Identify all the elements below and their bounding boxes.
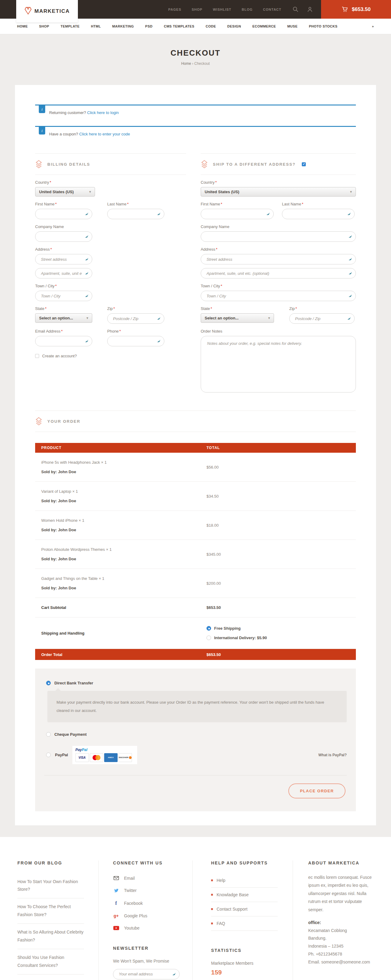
autofill-icon[interactable] xyxy=(348,256,353,262)
billing-phone-input[interactable] xyxy=(113,339,154,344)
cart-subtotal-row: Cart Subtotal $653.50 xyxy=(35,598,356,617)
billing-company-input[interactable] xyxy=(40,234,83,239)
newsletter-email-input[interactable] xyxy=(118,972,170,977)
billing-town-field xyxy=(35,291,92,301)
menu-item-home[interactable]: HOME xyxy=(17,24,28,28)
order-notes-textarea[interactable] xyxy=(201,336,356,393)
autofill-icon[interactable] xyxy=(84,211,89,217)
autofill-icon[interactable] xyxy=(84,338,89,344)
autofill-icon[interactable] xyxy=(84,270,89,276)
billing-last-name-input[interactable] xyxy=(113,212,154,217)
social-link-email[interactable]: Email xyxy=(113,876,192,881)
autofill-icon[interactable] xyxy=(266,211,270,217)
top-header: MARKETICA PAGES SHOP WISHLIST BLOG CONTA… xyxy=(0,0,391,19)
menu-item-cms-templates[interactable]: CMS TEMPLATES xyxy=(164,24,194,28)
billing-first-name-input[interactable] xyxy=(40,212,83,217)
shipping-apartment-input[interactable] xyxy=(206,271,346,276)
top-nav-contact[interactable]: CONTACT xyxy=(263,8,281,11)
autofill-icon[interactable] xyxy=(347,211,351,217)
top-nav-shop[interactable]: SHOP xyxy=(192,8,202,11)
search-icon[interactable] xyxy=(292,6,299,13)
menu-overflow-icon[interactable]: » xyxy=(372,24,374,28)
shipping-apartment-field xyxy=(201,268,356,278)
billing-state-select[interactable]: Select an option...▼ xyxy=(35,313,92,323)
paypal-option[interactable]: PayPal PayPal VISA AMEX DISCOVER What is… xyxy=(44,746,347,764)
what-is-paypal-link[interactable]: What is PayPal? xyxy=(318,753,347,757)
coupon-link[interactable]: Click here to enter your code xyxy=(79,132,130,136)
social-link-google-plus[interactable]: g+ Google Plus xyxy=(113,913,192,918)
user-icon[interactable] xyxy=(307,6,313,13)
billing-apartment-input[interactable] xyxy=(40,271,83,276)
help-link[interactable]: Help xyxy=(211,873,278,888)
product-total: $34.50 xyxy=(207,494,356,498)
autofill-icon[interactable] xyxy=(172,972,176,977)
menu-item-marketing[interactable]: MARKETING xyxy=(112,24,134,28)
cart-button[interactable]: $653.50 xyxy=(321,0,391,19)
create-account-checkbox[interactable] xyxy=(35,354,39,358)
radio-icon[interactable] xyxy=(46,752,51,757)
menu-item-photo-stocks[interactable]: PHOTO STOCKS xyxy=(309,24,337,28)
autofill-icon[interactable] xyxy=(156,211,161,217)
place-order-button[interactable]: PLACE ORDER xyxy=(288,783,345,799)
menu-item-muse[interactable]: MUSE xyxy=(287,24,297,28)
menu-item-code[interactable]: CODE xyxy=(206,24,216,28)
top-nav-blog[interactable]: BLOG xyxy=(242,8,253,11)
shipping-country-select[interactable]: United States (US)▼ xyxy=(201,187,356,197)
billing-zip-input[interactable] xyxy=(113,316,154,321)
blog-link[interactable]: Plus Size Fashion: Is There Such a Thing… xyxy=(17,975,84,980)
autofill-icon[interactable] xyxy=(156,338,161,344)
autofill-icon[interactable] xyxy=(84,256,89,262)
billing-email-input[interactable] xyxy=(40,339,83,344)
radio-icon[interactable] xyxy=(207,635,211,640)
radio-selected-icon[interactable] xyxy=(46,681,51,685)
blog-link[interactable]: How To Choose The Perfect Fashion Store? xyxy=(17,898,84,924)
help-link[interactable]: Knowladge Base xyxy=(211,888,278,902)
top-nav-wishlist[interactable]: WISHLIST xyxy=(213,8,232,11)
top-nav-pages[interactable]: PAGES xyxy=(168,8,181,11)
logo[interactable]: MARKETICA xyxy=(16,0,78,22)
help-link[interactable]: Contact Support xyxy=(211,902,278,916)
shipping-zip-input[interactable] xyxy=(294,316,345,321)
autofill-icon[interactable] xyxy=(84,293,89,299)
billing-town-input[interactable] xyxy=(40,293,83,299)
menu-item-design[interactable]: DESIGN xyxy=(227,24,241,28)
create-account-option[interactable]: Create an account? xyxy=(35,354,186,358)
login-link[interactable]: Click here to login xyxy=(87,110,119,115)
blog-link[interactable]: How To Start Your Own Fashion Store? xyxy=(17,873,84,899)
table-row: Variant of Laptop × 1 Sold by: John Doe … xyxy=(35,482,356,511)
menu-item-shop[interactable]: SHOP xyxy=(39,24,49,28)
blog-link[interactable]: Should You Use Fashion Consultant Servic… xyxy=(17,949,84,975)
shipping-last-name-input[interactable] xyxy=(287,212,345,217)
international-delivery-option[interactable]: International Delivery: $5.90 xyxy=(207,635,356,640)
billing-country-select[interactable]: United States (US)▼ xyxy=(35,187,95,197)
product-column-header: PRODUCT xyxy=(35,445,207,450)
shipping-street-input[interactable] xyxy=(206,257,346,262)
autofill-icon[interactable] xyxy=(348,293,353,299)
blog-link[interactable]: What is So Alluring About Celebrity Fash… xyxy=(17,924,84,949)
social-link-facebook[interactable]: f Facebook xyxy=(113,900,192,906)
shipping-town-input[interactable] xyxy=(206,293,346,299)
menu-item-html[interactable]: HTML xyxy=(91,24,101,28)
shipping-company-input[interactable] xyxy=(206,234,346,239)
shipping-first-name-input[interactable] xyxy=(206,212,264,217)
autofill-icon[interactable] xyxy=(348,234,353,239)
shipping-state-select[interactable]: Select an option...▼ xyxy=(201,313,274,323)
social-link-twitter[interactable]: Twitter xyxy=(113,888,192,893)
menu-item-template[interactable]: TEMPLATE xyxy=(60,24,79,28)
bank-transfer-option[interactable]: Direct Bank Transfer xyxy=(44,681,347,685)
breadcrumb-home[interactable]: Home xyxy=(181,62,191,66)
menu-item-psd[interactable]: PSD xyxy=(145,24,153,28)
autofill-icon[interactable] xyxy=(348,270,353,276)
autofill-icon[interactable] xyxy=(84,234,89,239)
help-link[interactable]: FAQ xyxy=(211,916,278,931)
billing-street-input[interactable] xyxy=(40,257,83,262)
social-link-youtube[interactable]: Youtube xyxy=(113,926,192,931)
ship-different-checkbox[interactable] xyxy=(302,162,306,166)
menu-item-ecommerce[interactable]: ECOMMERCE xyxy=(252,24,276,28)
radio-icon[interactable] xyxy=(46,732,51,737)
autofill-icon[interactable] xyxy=(156,316,161,321)
autofill-icon[interactable] xyxy=(347,316,351,321)
free-shipping-option[interactable]: Free Shipping xyxy=(207,626,356,631)
cheque-payment-option[interactable]: Cheque Payment xyxy=(44,732,347,737)
radio-selected-icon[interactable] xyxy=(207,626,211,631)
